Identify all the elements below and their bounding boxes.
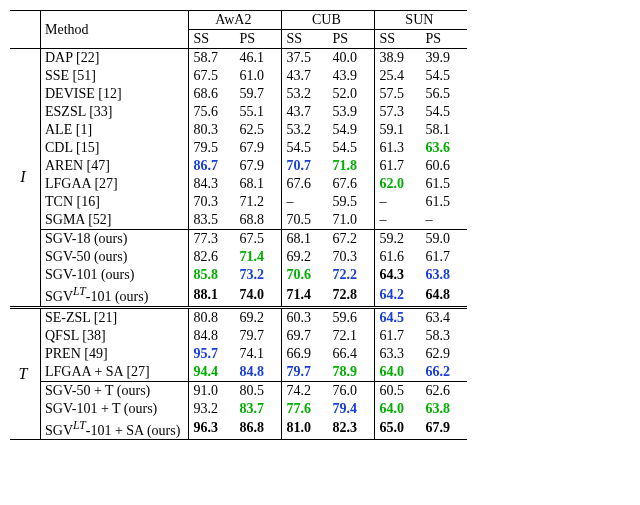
value-cell: 64.0 [375,363,422,382]
value-cell: 84.8 [235,363,282,382]
col-split: SS [189,30,236,49]
value-cell: 43.7 [282,67,329,85]
method-cell: ALE [1] [41,121,189,139]
value-cell: 67.6 [282,175,329,193]
method-cell: SGMA [52] [41,211,189,230]
value-cell: 64.0 [375,400,422,418]
value-cell: 59.5 [328,193,375,211]
value-cell: 61.5 [421,193,467,211]
value-cell: 67.5 [189,67,236,85]
value-cell: 57.5 [375,85,422,103]
value-cell: 66.2 [421,363,467,382]
value-cell: 56.5 [421,85,467,103]
value-cell: 54.5 [421,103,467,121]
col-dataset: SUN [375,11,468,30]
value-cell: 58.7 [189,49,236,68]
value-cell: 71.8 [328,157,375,175]
method-cell: SGVLT-101 (ours) [41,284,189,307]
value-cell: 70.6 [282,266,329,284]
value-cell: 53.2 [282,121,329,139]
value-cell: 57.3 [375,103,422,121]
value-cell: 78.9 [328,363,375,382]
value-cell: – [282,193,329,211]
value-cell: 54.9 [328,121,375,139]
group-label: I [10,49,41,308]
value-cell: 73.2 [235,266,282,284]
value-cell: 69.2 [235,307,282,327]
value-cell: 59.2 [375,230,422,249]
value-cell: 67.5 [235,230,282,249]
value-cell: 76.0 [328,381,375,400]
value-cell: 95.7 [189,345,236,363]
value-cell: 43.7 [282,103,329,121]
value-cell: 63.6 [421,139,467,157]
method-cell: TCN [16] [41,193,189,211]
value-cell: – [421,211,467,230]
col-method: Method [41,11,189,49]
value-cell: 64.3 [375,266,422,284]
method-cell: SGV-50 (ours) [41,248,189,266]
value-cell: 63.3 [375,345,422,363]
value-cell: 61.6 [375,248,422,266]
value-cell: 63.4 [421,307,467,327]
value-cell: 70.3 [189,193,236,211]
value-cell: 25.4 [375,67,422,85]
value-cell: 68.6 [189,85,236,103]
value-cell: 70.3 [328,248,375,266]
method-cell: SSE [51] [41,67,189,85]
value-cell: 54.5 [421,67,467,85]
value-cell: 67.2 [328,230,375,249]
value-cell: – [375,211,422,230]
method-cell: SGV-101 + T (ours) [41,400,189,418]
value-cell: 94.4 [189,363,236,382]
value-cell: 67.9 [235,157,282,175]
value-cell: 82.3 [328,418,375,440]
col-split: SS [282,30,329,49]
group-label: T [10,307,41,440]
value-cell: 71.0 [328,211,375,230]
value-cell: 53.2 [282,85,329,103]
col-dataset: AwA2 [189,11,282,30]
value-cell: 54.5 [328,139,375,157]
value-cell: 68.1 [282,230,329,249]
value-cell: – [375,193,422,211]
value-cell: 71.4 [235,248,282,266]
col-split: PS [421,30,467,49]
value-cell: 69.7 [282,327,329,345]
value-cell: 62.9 [421,345,467,363]
value-cell: 68.8 [235,211,282,230]
value-cell: 60.5 [375,381,422,400]
value-cell: 70.7 [282,157,329,175]
method-cell: SGV-50 + T (ours) [41,381,189,400]
value-cell: 83.5 [189,211,236,230]
value-cell: 72.1 [328,327,375,345]
value-cell: 46.1 [235,49,282,68]
value-cell: 67.9 [235,139,282,157]
method-cell: ESZSL [33] [41,103,189,121]
value-cell: 40.0 [328,49,375,68]
value-cell: 74.0 [235,284,282,307]
value-cell: 38.9 [375,49,422,68]
value-cell: 61.7 [375,327,422,345]
results-table: MethodAwA2CUBSUNSSPSSSPSSSPSIDAP [22]58.… [10,10,467,440]
value-cell: 72.2 [328,266,375,284]
value-cell: 59.6 [328,307,375,327]
value-cell: 61.7 [375,157,422,175]
value-cell: 61.7 [421,248,467,266]
value-cell: 79.7 [282,363,329,382]
value-cell: 59.7 [235,85,282,103]
value-cell: 67.9 [421,418,467,440]
value-cell: 77.3 [189,230,236,249]
col-split: SS [375,30,422,49]
value-cell: 80.3 [189,121,236,139]
value-cell: 54.5 [282,139,329,157]
value-cell: 84.3 [189,175,236,193]
method-cell: DAP [22] [41,49,189,68]
value-cell: 77.6 [282,400,329,418]
value-cell: 62.0 [375,175,422,193]
method-cell: CDL [15] [41,139,189,157]
method-cell: AREN [47] [41,157,189,175]
value-cell: 39.9 [421,49,467,68]
value-cell: 58.3 [421,327,467,345]
value-cell: 62.6 [421,381,467,400]
